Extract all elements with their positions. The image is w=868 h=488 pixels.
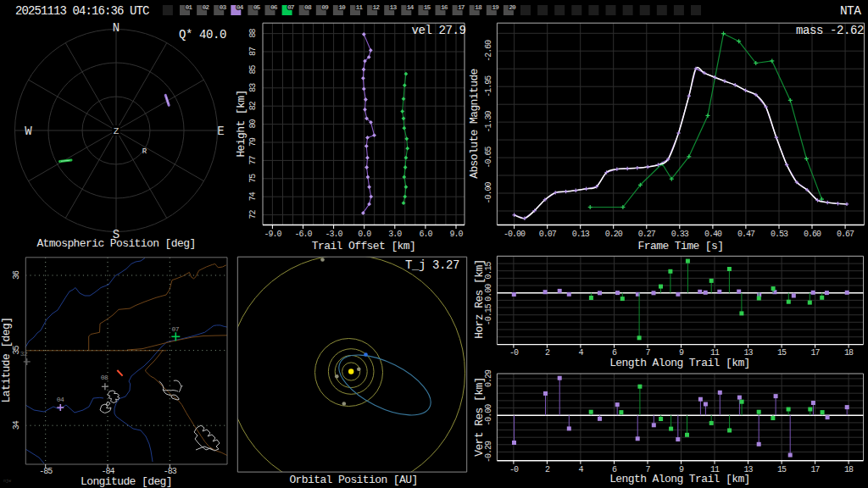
svg-text:9.0: 9.0 <box>449 230 463 239</box>
svg-text:-0: -0 <box>509 465 519 474</box>
svg-text:20251113 04:16:36 UTC: 20251113 04:16:36 UTC <box>15 4 149 18</box>
svg-text:17: 17 <box>458 3 465 11</box>
svg-text:-2.60: -2.60 <box>484 40 493 62</box>
svg-text:10: 10 <box>338 3 346 11</box>
svg-text:75: 75 <box>248 174 258 183</box>
svg-text:16: 16 <box>441 3 448 11</box>
svg-text:01: 01 <box>185 3 192 11</box>
svg-text:Absolute Magnitude: Absolute Magnitude <box>468 69 481 179</box>
svg-text:-0: -0 <box>509 348 519 358</box>
svg-text:08: 08 <box>101 374 108 381</box>
svg-text:NTA: NTA <box>840 4 861 18</box>
svg-text:72: 72 <box>248 210 258 219</box>
svg-text:32: 32 <box>20 350 28 358</box>
svg-text:20: 20 <box>509 3 516 11</box>
svg-text:Orbital Position [AU]: Orbital Position [AU] <box>289 474 417 486</box>
svg-text:W: W <box>25 125 32 138</box>
svg-text:R: R <box>142 147 147 156</box>
svg-text:-9.0: -9.0 <box>264 230 281 239</box>
svg-text:15: 15 <box>777 348 787 358</box>
svg-text:12: 12 <box>373 3 381 11</box>
svg-text:-85: -85 <box>39 467 53 476</box>
svg-text:82: 82 <box>248 101 258 110</box>
svg-text:T_j 3.27: T_j 3.27 <box>405 258 459 272</box>
svg-text:Atmospheric Position [deg]: Atmospheric Position [deg] <box>36 237 195 250</box>
svg-text:07: 07 <box>171 325 179 333</box>
svg-text:0.13: 0.13 <box>572 230 590 239</box>
svg-text:Frame Time [s]: Frame Time [s] <box>638 240 724 252</box>
svg-text:-1.30: -1.30 <box>484 111 493 133</box>
svg-text:08: 08 <box>304 3 312 11</box>
svg-text:36: 36 <box>12 270 21 280</box>
svg-text:19: 19 <box>492 3 499 11</box>
svg-text:77: 77 <box>248 155 258 164</box>
svg-text:Vert Res [km]: Vert Res [km] <box>473 377 486 457</box>
svg-text:88: 88 <box>248 29 258 38</box>
svg-text:N: N <box>113 21 120 35</box>
svg-text:35: 35 <box>12 346 21 355</box>
svg-text:06: 06 <box>270 3 278 11</box>
svg-text:0.60: 0.60 <box>804 230 821 239</box>
svg-text:Length Along Trail [km]: Length Along Trail [km] <box>609 473 750 485</box>
svg-text:njw: njw <box>3 479 11 484</box>
svg-text:0.47: 0.47 <box>737 230 755 239</box>
svg-text:0.67: 0.67 <box>837 230 854 239</box>
svg-text:03: 03 <box>220 3 227 11</box>
svg-text:18: 18 <box>844 348 854 358</box>
svg-text:0.40: 0.40 <box>704 230 722 239</box>
svg-text:74: 74 <box>248 191 258 201</box>
svg-text:04: 04 <box>236 3 244 11</box>
svg-text:0.07: 0.07 <box>539 230 557 239</box>
svg-text:Latitude [deg]: Latitude [deg] <box>0 318 13 403</box>
svg-text:80: 80 <box>248 119 258 129</box>
svg-text:-6.0: -6.0 <box>294 230 312 239</box>
svg-text:15: 15 <box>424 3 431 11</box>
svg-text:3.0: 3.0 <box>388 230 402 239</box>
svg-text:07: 07 <box>287 3 295 11</box>
svg-text:17: 17 <box>811 348 821 358</box>
svg-text:-0.00: -0.00 <box>504 230 526 239</box>
svg-text:15: 15 <box>777 465 787 474</box>
svg-text:6.0: 6.0 <box>419 230 432 239</box>
svg-text:vel 27.9: vel 27.9 <box>411 24 465 37</box>
svg-text:83: 83 <box>248 83 258 92</box>
svg-text:79: 79 <box>248 137 258 147</box>
svg-text:Height [km]: Height [km] <box>235 90 248 157</box>
svg-text:87: 87 <box>248 47 258 56</box>
svg-text:11: 11 <box>355 3 363 11</box>
svg-text:-0.00: -0.00 <box>484 182 493 204</box>
svg-text:18: 18 <box>844 465 854 474</box>
svg-text:Q* 40.0: Q* 40.0 <box>179 28 226 42</box>
svg-text:17: 17 <box>811 465 821 474</box>
svg-text:-1.95: -1.95 <box>484 75 493 97</box>
svg-text:Longitude [deg]: Longitude [deg] <box>81 475 172 488</box>
svg-text:02: 02 <box>203 3 210 11</box>
svg-text:0.20: 0.20 <box>605 230 623 239</box>
svg-text:13: 13 <box>390 3 398 11</box>
svg-text:14: 14 <box>407 3 415 11</box>
svg-text:0.0: 0.0 <box>358 230 371 239</box>
svg-text:-0.65: -0.65 <box>484 147 493 169</box>
svg-text:34: 34 <box>12 420 21 430</box>
svg-text:Length Along Trail [km]: Length Along Trail [km] <box>609 357 750 369</box>
svg-text:0.27: 0.27 <box>638 230 656 239</box>
svg-text:Trail Offset [km]: Trail Offset [km] <box>312 240 415 252</box>
svg-text:-3.0: -3.0 <box>326 230 343 239</box>
svg-text:0.53: 0.53 <box>771 230 788 239</box>
svg-text:85: 85 <box>248 64 258 74</box>
svg-text:04: 04 <box>57 396 64 403</box>
svg-text:0.33: 0.33 <box>671 230 689 239</box>
svg-text:E: E <box>217 125 224 138</box>
svg-text:mass -2.62: mass -2.62 <box>796 24 864 37</box>
svg-text:Horz Res [km]: Horz Res [km] <box>473 259 486 339</box>
svg-text:18: 18 <box>475 3 482 11</box>
svg-text:Z: Z <box>114 126 120 136</box>
svg-text:05: 05 <box>253 3 261 11</box>
svg-text:09: 09 <box>321 3 329 11</box>
